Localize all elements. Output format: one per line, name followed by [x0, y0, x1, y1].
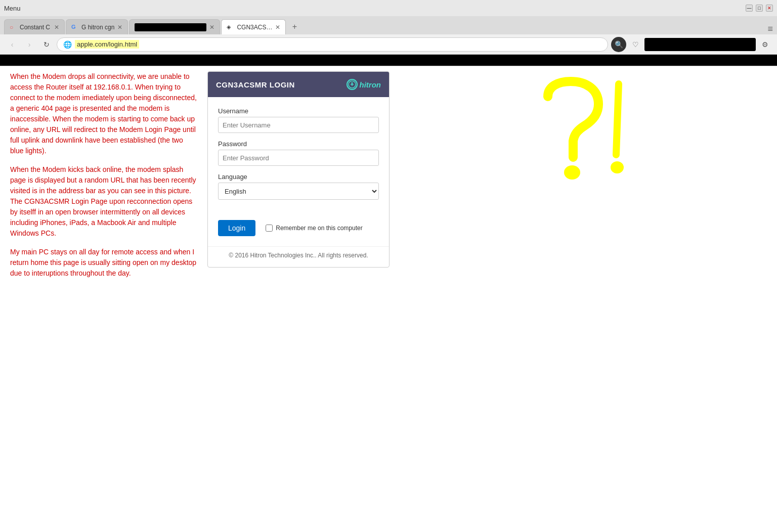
svg-point-2: [611, 161, 624, 173]
login-button[interactable]: Login: [218, 220, 255, 236]
tab-4[interactable]: ◈ CGN3ACS… ✕: [221, 19, 286, 34]
password-label: Password: [218, 140, 379, 148]
language-select[interactable]: English French Spanish: [218, 183, 379, 200]
hitron-logo-text: hitron: [360, 80, 381, 89]
bookmark-icon: [5, 56, 13, 64]
login-body: Username Password Language English Frenc…: [208, 97, 389, 215]
hitron-logo-icon: [347, 79, 358, 90]
tab3-label: [135, 23, 206, 31]
hitron-icon-svg: [348, 80, 357, 89]
tab-menu-icon[interactable]: ≡: [767, 24, 773, 34]
login-copyright: © 2016 Hitron Technologies Inc.. All rig…: [208, 246, 389, 267]
copyright-text: © 2016 Hitron Technologies Inc.. All rig…: [229, 252, 368, 259]
bookmark-bar: [0, 55, 777, 66]
settings-icon[interactable]: ⚙: [758, 37, 772, 52]
menu-label[interactable]: Menu: [4, 5, 21, 12]
tab1-close[interactable]: ✕: [54, 24, 59, 30]
redacted-bookmarks: [17, 56, 472, 64]
redacted-toolbar-area: [644, 38, 756, 51]
tab4-favicon: ◈: [227, 24, 234, 31]
search-icon[interactable]: 🔍: [611, 37, 626, 52]
heart-icon[interactable]: ♡: [628, 37, 642, 52]
tab1-label: Constant C: [20, 24, 51, 31]
login-card: CGN3ACSMR LOGIN hitron Username: [207, 71, 390, 268]
paragraph-3: My main PC stays on all day for remote a…: [10, 247, 197, 279]
globe-icon: 🌐: [63, 40, 72, 49]
username-group: Username: [218, 107, 379, 133]
tab-1[interactable]: ○ Constant C ✕: [4, 19, 65, 34]
password-group: Password: [218, 140, 379, 166]
svg-line-1: [616, 84, 619, 155]
paragraph-2: When the Modem kicks back online, the mo…: [10, 164, 197, 239]
tab3-close[interactable]: ✕: [209, 24, 214, 30]
remember-me-text: Remember me on this computer: [276, 225, 362, 232]
username-label: Username: [218, 107, 379, 115]
svg-point-0: [564, 165, 580, 180]
forward-button[interactable]: ›: [22, 37, 36, 52]
question-mark-drawing: [517, 76, 649, 238]
language-group: Language English French Spanish: [218, 173, 379, 200]
new-tab-button[interactable]: +: [287, 19, 302, 34]
login-footer: Login Remember me on this computer: [208, 215, 389, 246]
hitron-logo: hitron: [347, 79, 381, 90]
toolbar: ‹ › ↻ 🌐 apple.com/login.html 🔍 ♡ ⚙: [0, 34, 777, 55]
refresh-button[interactable]: ↻: [39, 37, 54, 52]
back-button[interactable]: ‹: [5, 37, 19, 52]
username-input[interactable]: [218, 117, 379, 133]
language-label: Language: [218, 173, 379, 181]
tab2-favicon: G: [71, 24, 78, 31]
tab-3[interactable]: ✕: [129, 19, 220, 34]
minimize-button[interactable]: —: [746, 5, 753, 12]
maximize-button[interactable]: □: [756, 5, 763, 12]
login-title: CGN3ACSMR LOGIN: [216, 80, 295, 89]
toolbar-actions: 🔍 ♡ ⚙: [611, 37, 772, 52]
tab2-label: G hitron cgn: [81, 24, 114, 31]
address-text: apple.com/login.html: [75, 40, 139, 49]
tab4-close[interactable]: ✕: [275, 24, 280, 30]
tab-2[interactable]: G G hitron cgn ✕: [66, 19, 128, 34]
tab1-favicon: ○: [10, 24, 17, 31]
main-content: When the Modem drops all connectivity, w…: [0, 66, 777, 521]
right-column: [400, 71, 767, 516]
address-bar[interactable]: 🌐 apple.com/login.html: [57, 37, 608, 52]
password-input[interactable]: [218, 150, 379, 166]
remember-me-label[interactable]: Remember me on this computer: [266, 225, 362, 232]
tab4-label: CGN3ACS…: [237, 24, 272, 31]
paragraph-1: When the Modem drops all connectivity, w…: [10, 71, 197, 156]
tabs-bar: ○ Constant C ✕ G G hitron cgn ✕ ✕ ◈ CGN3…: [0, 16, 777, 34]
yellow-drawing: [517, 76, 649, 238]
remember-me-checkbox[interactable]: [266, 225, 273, 232]
left-column: When the Modem drops all connectivity, w…: [10, 71, 207, 516]
center-column: CGN3ACSMR LOGIN hitron Username: [207, 71, 400, 516]
login-header: CGN3ACSMR LOGIN hitron: [208, 72, 389, 97]
title-bar: Menu — □ ✕: [0, 0, 777, 16]
close-button[interactable]: ✕: [766, 5, 773, 12]
tab2-close[interactable]: ✕: [117, 24, 122, 30]
